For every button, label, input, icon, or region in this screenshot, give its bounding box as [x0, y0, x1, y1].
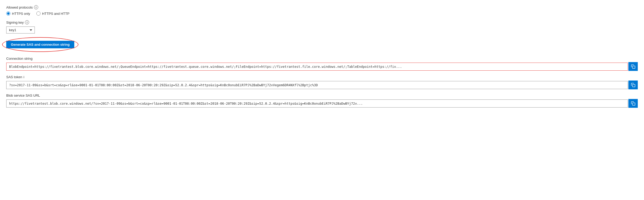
svg-rect-1: [633, 84, 635, 87]
sas-token-info-icon[interactable]: i: [23, 75, 24, 79]
blob-sas-url-copy-icon: [631, 101, 635, 106]
https-only-radio[interactable]: [6, 11, 10, 16]
signing-key-select-wrapper[interactable]: key1 key2: [6, 26, 35, 34]
svg-rect-0: [633, 66, 635, 69]
blob-service-sas-url-copy-button[interactable]: [628, 99, 638, 108]
signing-key-info-icon[interactable]: i: [25, 20, 29, 24]
sas-token-label: SAS token: [6, 75, 22, 79]
allowed-protocols-radio-group: HTTPS only HTTPS and HTTP: [6, 11, 638, 16]
blob-service-sas-url-input[interactable]: [6, 99, 628, 108]
connection-string-field-row: [6, 62, 638, 71]
signing-key-label: Signing key: [6, 21, 24, 24]
connection-string-label: Connection string: [6, 57, 638, 61]
blob-service-sas-url-label: Blob service SAS URL: [6, 94, 638, 97]
https-and-http-option[interactable]: HTTPS and HTTP: [36, 11, 69, 16]
connection-string-copy-button[interactable]: [628, 62, 638, 71]
sas-token-copy-icon: [631, 83, 635, 87]
svg-rect-2: [633, 103, 635, 105]
allowed-protocols-label-row: Allowed protocols i: [6, 5, 638, 9]
copy-icon: [631, 64, 635, 69]
blob-service-sas-url-field-row: [6, 99, 638, 108]
generate-sas-button[interactable]: Generate SAS and connection string: [6, 41, 74, 48]
signing-key-section: Signing key i key1 key2: [6, 20, 638, 34]
signing-key-label-row: Signing key i: [6, 20, 638, 24]
https-only-label[interactable]: HTTPS only: [12, 12, 30, 16]
sas-token-field-row: [6, 81, 638, 89]
blob-service-sas-url-section: Blob service SAS URL: [6, 94, 638, 108]
https-only-option[interactable]: HTTPS only: [6, 11, 30, 16]
signing-key-dropdown[interactable]: key1 key2: [6, 26, 35, 34]
allowed-protocols-info-icon[interactable]: i: [34, 5, 38, 9]
https-and-http-label[interactable]: HTTPS and HTTP: [42, 12, 69, 16]
connection-string-input[interactable]: [6, 63, 628, 71]
sas-token-section: SAS token i: [6, 75, 638, 89]
https-and-http-radio[interactable]: [36, 11, 41, 16]
sas-token-copy-button[interactable]: [628, 81, 638, 89]
sas-token-label-row: SAS token i: [6, 75, 638, 79]
connection-string-section: Connection string: [6, 57, 638, 71]
generate-btn-wrapper: Generate SAS and connection string: [6, 41, 74, 48]
allowed-protocols-label: Allowed protocols: [6, 5, 33, 9]
allowed-protocols-section: Allowed protocols i HTTPS only HTTPS and…: [6, 5, 638, 16]
generate-button-section: Generate SAS and connection string: [6, 41, 638, 48]
sas-token-input[interactable]: [6, 81, 628, 89]
